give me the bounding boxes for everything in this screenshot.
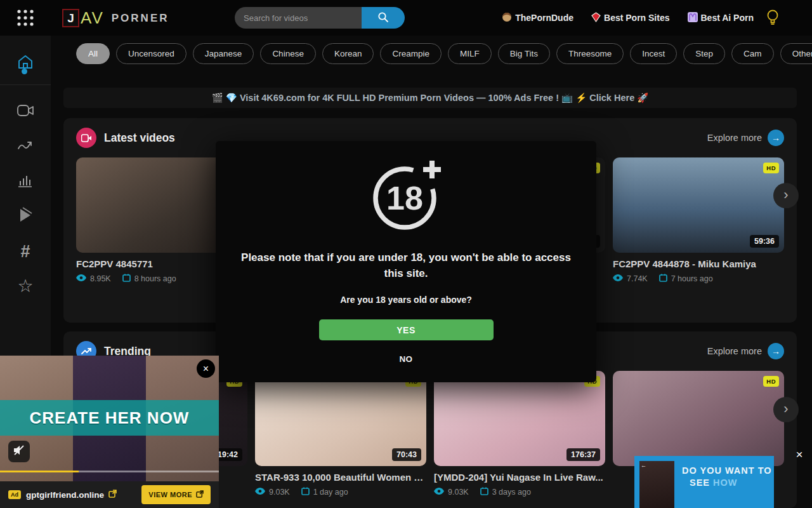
chip-all[interactable]: All: [76, 43, 110, 64]
lightbulb-icon[interactable]: [765, 9, 782, 27]
sidebar-item-playlists[interactable]: [0, 203, 51, 231]
ad-close-button[interactable]: ×: [197, 359, 215, 378]
logo-name: PORNER: [112, 12, 169, 25]
explore-more-latest[interactable]: Explore more →: [707, 130, 784, 146]
ad-caption-band: CREATE HER NOW: [0, 400, 219, 436]
chip-milf[interactable]: MILF: [448, 43, 492, 64]
eye-icon: [613, 274, 623, 283]
posted-time: 1 day ago: [313, 488, 348, 497]
link-theporndude[interactable]: ThePornDude: [502, 12, 573, 24]
link-best-porn-sites[interactable]: Best Porn Sites: [591, 12, 669, 24]
external-link-icon: [196, 490, 204, 499]
bar-chart-icon: [17, 173, 34, 190]
chip-creampie[interactable]: Creampie: [380, 43, 442, 64]
duration-badge: 176:37: [566, 448, 600, 461]
sidebar-item-videos[interactable]: [0, 98, 51, 126]
video-title[interactable]: STAR-933 10,000 Beautiful Women Honj...: [255, 472, 426, 483]
chip-incest[interactable]: Incest: [630, 43, 677, 64]
mute-button[interactable]: [8, 441, 30, 462]
video-card[interactable]: HD 70:43 STAR-933 10,000 Beautiful Women…: [255, 371, 426, 497]
ad-info-bar: Ad gptgirlfriend.online VIEW MORE: [0, 481, 219, 508]
video-meta: 9.03K 3 days ago: [434, 487, 605, 497]
yes-button[interactable]: YES: [319, 319, 494, 340]
age-question-text: Are you 18 years old or above?: [340, 295, 472, 305]
calendar-icon: [301, 487, 310, 497]
promo-ad-close-button[interactable]: ×: [792, 448, 806, 462]
top-header: J AV PORNER ThePornDude: [0, 0, 812, 36]
no-button[interactable]: NO: [399, 354, 412, 364]
calendar-icon: [480, 487, 488, 497]
video-thumbnail[interactable]: HD 59:36: [613, 157, 784, 253]
video-title[interactable]: [YMDD-204] Yui Nagase In Live Raw...: [434, 472, 605, 483]
calendar-icon: [122, 274, 131, 284]
posted-time: 3 days ago: [492, 488, 531, 497]
video-title[interactable]: FC2PPV 4844878 - Miku Kamiya: [613, 258, 784, 269]
hash-icon: #: [20, 243, 30, 260]
sidebar-item-trending[interactable]: [0, 133, 51, 161]
chip-other[interactable]: Other: [780, 43, 812, 64]
theporndude-icon: [502, 12, 512, 24]
ad-domain-link[interactable]: gptgirlfriend.online: [26, 490, 104, 500]
promo-ad-banner[interactable]: ← DO YOU WANT TO SEE HOW: [634, 456, 774, 508]
sidebar-item-favorites[interactable]: ☆: [0, 272, 51, 300]
latest-videos-icon: [76, 128, 96, 148]
close-icon: ×: [203, 363, 209, 375]
chip-uncensored[interactable]: Uncensored: [116, 43, 187, 64]
posted-time: 7 hours ago: [671, 274, 713, 283]
sidebar-item-tags[interactable]: #: [0, 237, 51, 265]
hd-badge: HD: [763, 376, 779, 387]
promo-ad-image: ←: [639, 461, 674, 508]
video-card[interactable]: HD 176:37 [YMDD-204] Yui Nagase In Live …: [434, 371, 605, 497]
chip-japanese[interactable]: Japanese: [193, 43, 254, 64]
site-logo[interactable]: J AV PORNER: [62, 8, 169, 28]
carousel-next-trending[interactable]: ›: [773, 397, 799, 422]
highlight-word: HOW: [713, 478, 737, 488]
video-card[interactable]: HD 59:36 FC2PPV 4844878 - Miku Kamiya 7.…: [613, 157, 784, 284]
video-thumbnail[interactable]: HD 70:43: [255, 371, 426, 466]
video-thumbnail[interactable]: HD: [613, 371, 784, 466]
chip-threesome[interactable]: Threesome: [556, 43, 624, 64]
active-indicator-dot: [22, 69, 27, 74]
views-count: 9.03K: [448, 488, 469, 497]
sidebar-item-rankings[interactable]: [0, 168, 51, 196]
external-link-icon: [108, 489, 117, 500]
hd-badge: HD: [763, 163, 779, 173]
video-ad-overlay[interactable]: CREATE HER NOW × Ad gptgirlfriend.online…: [0, 356, 219, 508]
search-button[interactable]: [362, 7, 405, 29]
promo-banner-link[interactable]: 🎬 💎 Visit 4K69.com for 4K FULL HD Premiu…: [63, 88, 797, 108]
ad-badge: Ad: [8, 490, 21, 499]
video-thumbnail[interactable]: HD 176:37: [434, 371, 605, 466]
chip-step[interactable]: Step: [683, 43, 725, 64]
calendar-icon: [659, 274, 667, 284]
video-camera-icon: [16, 104, 34, 120]
red-gem-icon: [591, 12, 601, 24]
chip-chinese[interactable]: Chinese: [260, 43, 316, 64]
back-arrow-icon: ←: [641, 462, 646, 469]
logo-j-box: J: [62, 9, 79, 27]
duration-badge: 59:36: [750, 235, 779, 248]
search-bar: [235, 7, 405, 29]
trending-up-icon: [16, 139, 34, 154]
eye-icon: [255, 488, 265, 497]
app-root: J AV PORNER ThePornDude: [0, 0, 812, 508]
arrow-right-icon: →: [768, 130, 784, 146]
sidebar-divider: [0, 84, 51, 85]
carousel-next-latest[interactable]: ›: [773, 183, 799, 208]
views-count: 9.03K: [269, 488, 290, 497]
logo-av: AV: [81, 8, 104, 28]
star-icon: ☆: [17, 277, 33, 295]
eighteen-plus-icon: 18: [365, 157, 447, 235]
explore-more-trending[interactable]: Explore more →: [707, 343, 784, 359]
chip-korean[interactable]: Korean: [322, 43, 374, 64]
views-count: 7.74K: [627, 274, 648, 283]
search-input[interactable]: [235, 7, 362, 29]
view-more-button[interactable]: VIEW MORE: [141, 485, 211, 504]
chip-big-tits[interactable]: Big Tits: [498, 43, 550, 64]
header-links: ThePornDude Best Porn Sites Best Ai Porn: [502, 0, 754, 36]
chip-cam[interactable]: Cam: [731, 43, 774, 64]
apps-grid-icon[interactable]: [15, 8, 36, 27]
search-icon: [377, 11, 389, 25]
link-best-ai-porn[interactable]: Best Ai Porn: [688, 12, 754, 24]
posted-time: 8 hours ago: [134, 274, 176, 283]
ad-progress-fill: [0, 471, 79, 472]
